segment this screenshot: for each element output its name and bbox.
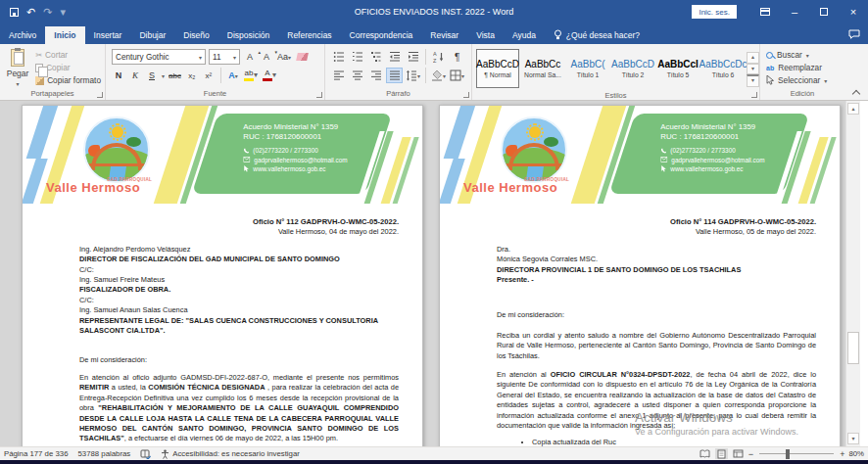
acuerdo-ministerial: Acuerdo Ministerial N° 1359 xyxy=(660,122,799,132)
style-normal-sa[interactable]: AaBbCcNormal Sa... xyxy=(521,49,564,88)
paragraph-dialog-launcher-icon[interactable] xyxy=(463,92,469,98)
cut-button[interactable]: ✂Cortar xyxy=(35,50,101,60)
document-page-2[interactable]: Valle Hermoso GAD PARROQUIAL Acuerdo Min… xyxy=(439,105,841,446)
shrink-font-button[interactable]: A xyxy=(260,50,273,65)
bullet-item: Copia actualizada del Ruc xyxy=(532,438,816,447)
font-family-combobox[interactable]: Century Gothic▾ xyxy=(112,49,206,65)
collapse-ribbon-icon[interactable] xyxy=(852,88,859,95)
sign-in-button[interactable]: Inic. ses. xyxy=(692,5,737,19)
increase-indent-button[interactable] xyxy=(405,49,421,65)
minimize-button[interactable]: – xyxy=(780,0,809,23)
font-size-combobox[interactable]: 11▾ xyxy=(209,49,240,65)
styles-scroll-down-icon[interactable]: ▾ xyxy=(747,64,759,75)
tab-referencias[interactable]: Referencias xyxy=(278,26,340,44)
underline-dropdown-icon[interactable]: ▾ xyxy=(162,72,165,79)
ribbon-display-options-icon[interactable] xyxy=(750,0,780,23)
style-titulo-5[interactable]: AaBbCcITítulo 5 xyxy=(656,49,699,88)
document-page-1[interactable]: Valle Hermoso GAD PARROQUIAL Acuerdo Min… xyxy=(22,105,423,446)
tab-dibujar[interactable]: Dibujar xyxy=(130,26,174,44)
spellcheck-icon[interactable] xyxy=(140,449,151,459)
paste-dropdown-icon[interactable]: ▾ xyxy=(17,80,20,87)
clipboard-dialog-launcher-icon[interactable] xyxy=(97,92,103,98)
highlight-color-button[interactable]: ab▾ xyxy=(243,69,259,83)
grow-font-button[interactable]: A xyxy=(243,50,257,65)
close-button[interactable]: × xyxy=(839,0,868,23)
show-paragraph-marks-button[interactable]: ¶ xyxy=(449,49,465,65)
scroll-down-icon[interactable]: ▾ xyxy=(847,433,859,444)
document-area[interactable]: Valle Hermoso GAD PARROQUIAL Acuerdo Min… xyxy=(0,101,868,446)
save-icon[interactable] xyxy=(10,8,19,17)
line-spacing-button[interactable]: ▾ xyxy=(405,68,421,83)
styles-gallery-more-icon[interactable]: ▾ xyxy=(747,74,759,87)
find-button[interactable]: Buscar▾ xyxy=(766,50,827,60)
copy-button[interactable]: Copiar xyxy=(35,63,101,72)
format-painter-button[interactable]: Copiar formato xyxy=(35,75,101,85)
tab-ayuda[interactable]: Ayuda xyxy=(504,26,545,44)
tab-revisar[interactable]: Revisar xyxy=(421,26,467,44)
align-left-button[interactable] xyxy=(331,68,348,83)
zoom-slider[interactable] xyxy=(759,453,834,455)
select-button[interactable]: Seleccionar▾ xyxy=(766,75,827,85)
read-mode-icon[interactable] xyxy=(699,448,711,459)
superscript-button[interactable]: x² xyxy=(202,69,216,83)
scroll-up-icon[interactable]: ▴ xyxy=(847,103,859,115)
accessibility-status[interactable]: Accesibilidad: es necesario investigar xyxy=(161,449,300,459)
font-dialog-launcher-icon[interactable] xyxy=(316,92,322,98)
justify-button[interactable] xyxy=(386,68,403,83)
tell-me-box[interactable]: ¿Qué desea hacer? xyxy=(545,25,649,44)
styles-scroll-up-icon[interactable]: ▴ xyxy=(747,52,759,64)
tab-vista[interactable]: Vista xyxy=(467,26,504,44)
zoom-out-icon[interactable]: − xyxy=(748,449,753,459)
body-paragraph: Reciba un cordial y atento saludo a nomb… xyxy=(497,331,816,361)
vertical-scrollbar[interactable]: ▴ ▾ xyxy=(845,101,860,446)
style-titulo-1[interactable]: AaBbC(Título 1 xyxy=(566,49,609,88)
font-color-button[interactable]: A▾ xyxy=(262,69,277,83)
styles-dialog-launcher-icon[interactable] xyxy=(751,92,757,98)
strikethrough-button[interactable]: abc xyxy=(168,69,182,83)
tab-diseno[interactable]: Diseño xyxy=(174,26,217,44)
tab-disposicion[interactable]: Disposición xyxy=(218,26,278,44)
zoom-slider-thumb[interactable] xyxy=(786,449,790,459)
style-normal[interactable]: AaBbCcD¶ Normal xyxy=(476,49,519,88)
tab-insertar[interactable]: Insertar xyxy=(85,26,131,44)
style-titulo-6[interactable]: AaBbCcDcTítulo 6 xyxy=(701,49,745,88)
text-effects-button[interactable]: A▾ xyxy=(226,69,240,83)
comments-icon[interactable] xyxy=(848,29,860,41)
cursor-icon xyxy=(243,165,249,172)
redo-icon[interactable]: ↷ xyxy=(43,7,52,18)
align-center-button[interactable] xyxy=(350,68,366,83)
paste-button[interactable]: Pegar ▾ xyxy=(2,46,33,87)
tab-inicio[interactable]: Inicio xyxy=(45,26,84,44)
replace-button[interactable]: abReemplazar xyxy=(766,63,827,72)
tab-archivo[interactable]: Archivo xyxy=(0,26,45,44)
underline-button[interactable]: S xyxy=(145,69,159,83)
style-titulo-2[interactable]: AaBbCcDTítulo 2 xyxy=(611,49,654,88)
align-right-button[interactable] xyxy=(368,68,385,83)
numbered-list-button[interactable] xyxy=(350,49,366,65)
undo-icon[interactable]: ↶ xyxy=(26,7,35,18)
zoom-level[interactable]: 80% xyxy=(848,449,864,458)
shading-button[interactable]: ▾ xyxy=(430,68,447,83)
subscript-button[interactable]: x₂ xyxy=(185,69,199,83)
tab-correspondencia[interactable]: Correspondencia xyxy=(341,26,422,44)
customize-quick-access-icon[interactable]: ▾ xyxy=(60,7,66,18)
restore-button[interactable] xyxy=(809,0,839,23)
multilevel-list-button[interactable] xyxy=(368,49,385,65)
bold-button[interactable]: N xyxy=(112,69,125,83)
sort-button[interactable]: AZ xyxy=(430,49,447,65)
email-address: gadprvallehermoso@hotmail.com xyxy=(254,156,347,165)
scrollbar-thumb[interactable] xyxy=(847,332,859,364)
letter-content[interactable]: Oficio N° 114 GADPRVH-O-WMC-05-2022. Val… xyxy=(440,204,840,446)
letter-content[interactable]: Oficio N° 112 GADPRVH-O-WMC-05-2022. Val… xyxy=(23,204,422,446)
page-indicator[interactable]: Página 177 de 336 xyxy=(4,449,68,458)
word-count[interactable]: 53788 palabras xyxy=(77,449,130,458)
print-layout-icon[interactable] xyxy=(715,448,728,459)
bullet-list-button[interactable] xyxy=(331,49,348,65)
borders-button[interactable]: ▾ xyxy=(449,68,465,83)
clear-formatting-button[interactable] xyxy=(295,50,309,65)
web-layout-icon[interactable] xyxy=(732,448,745,459)
zoom-in-icon[interactable]: + xyxy=(840,449,844,459)
italic-button[interactable]: K xyxy=(128,69,142,83)
decrease-indent-button[interactable] xyxy=(387,49,404,65)
change-case-button[interactable]: Aa▾ xyxy=(276,50,292,65)
